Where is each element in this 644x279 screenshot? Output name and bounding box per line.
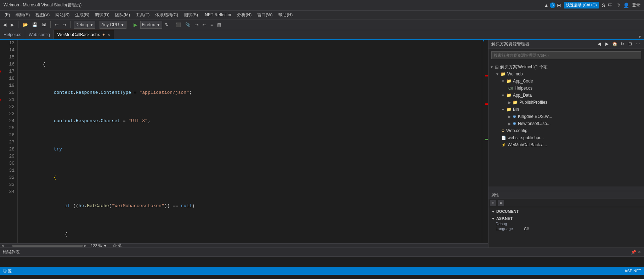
se-web-config[interactable]: ⚙ Web.config bbox=[488, 127, 644, 134]
horizontal-scrollbar[interactable]: ◀ ▶ 122 % ▼ ◎ 源 bbox=[0, 243, 488, 247]
tab-close-weimob[interactable]: ✕ bbox=[107, 33, 110, 37]
menu-test[interactable]: 测试(S) bbox=[181, 11, 201, 19]
se-publish-profiles[interactable]: ▶ 📁 PublishProfiles bbox=[488, 99, 644, 106]
se-app-code[interactable]: ▼ 📁 App_Code bbox=[488, 78, 644, 85]
folder-icon-pp: 📁 bbox=[513, 100, 518, 105]
scroll-right-btn[interactable]: ▶ bbox=[83, 244, 88, 248]
chevron-down-icon: ▼ bbox=[496, 72, 499, 76]
moon-icon: ☽ bbox=[616, 2, 620, 8]
se-helper-cs[interactable]: C# Helper.cs bbox=[488, 85, 644, 92]
solution-explorer-header: 解决方案资源管理器 ◀ ▶ 🏠 ↻ ⊟ ⋯ bbox=[488, 40, 644, 49]
menu-site[interactable]: 网站(S) bbox=[52, 11, 72, 19]
se-home[interactable]: 🏠 bbox=[611, 41, 618, 47]
ln-18: 18 bbox=[1, 75, 15, 82]
quick-launch[interactable]: 快速启动 (Ctrl+Q) bbox=[564, 2, 599, 8]
badge-icon: ▲ 3 ⊞ bbox=[544, 2, 561, 8]
browser-dropdown[interactable]: Firefox ▼ bbox=[140, 21, 163, 29]
indent-btn[interactable]: ⇥ bbox=[193, 22, 200, 28]
menu-debug[interactable]: 调试(D) bbox=[92, 11, 112, 19]
menu-team[interactable]: 团队(M) bbox=[112, 11, 133, 19]
ln-16: 16 bbox=[1, 61, 15, 68]
se-collapse[interactable]: ⊟ bbox=[627, 41, 633, 47]
se-bin[interactable]: ▼ 📁 Bin bbox=[488, 106, 644, 113]
gutter-right bbox=[485, 40, 488, 243]
menu-window[interactable]: 窗口(W) bbox=[254, 11, 275, 19]
props-row-debug: Debug bbox=[491, 221, 641, 226]
se-app-data[interactable]: ▼ 📁 App_Data bbox=[488, 92, 644, 99]
se-search-container bbox=[488, 49, 644, 62]
menu-view[interactable]: 视图(V) bbox=[33, 11, 52, 19]
toolbar-fwd[interactable]: ▶ bbox=[9, 22, 15, 28]
se-newtonsoft[interactable]: ▶ ⚙ Newtonsoft.Jso... bbox=[488, 120, 644, 127]
comment-btn[interactable]: ≡ bbox=[209, 22, 214, 28]
se-website-publishpr[interactable]: 📄 website.publishpr... bbox=[488, 134, 644, 141]
scroll-left-btn[interactable]: ◀ bbox=[0, 244, 5, 248]
refresh-btn[interactable]: ↻ bbox=[164, 22, 170, 28]
se-helper-label: Helper.cs bbox=[515, 86, 532, 91]
menu-analyze[interactable]: 分析(N) bbox=[234, 11, 254, 19]
chevron-right-icon-pp: ▶ bbox=[508, 101, 511, 104]
code-editor[interactable]: { context.Response.ContentType = "applic… bbox=[18, 40, 482, 243]
error-panel-content bbox=[0, 257, 644, 267]
props-sort-btn[interactable]: ⊞ bbox=[490, 200, 496, 206]
se-nav-fwd[interactable]: ▶ bbox=[604, 41, 610, 47]
stop-btn[interactable]: ⬛ bbox=[174, 22, 182, 28]
toolbar-back[interactable]: ◀ bbox=[2, 22, 8, 28]
props-cat-btn[interactable]: ≡ bbox=[498, 200, 504, 206]
code-line-15: context.Response.Charset = "UTF-8"; bbox=[21, 118, 482, 125]
se-weimob-callback[interactable]: ⚡ WeiMobCallBack.a... bbox=[488, 141, 644, 148]
login-label[interactable]: 登录 bbox=[632, 2, 640, 8]
menu-help[interactable]: 帮助(H) bbox=[275, 11, 295, 19]
code-line-18: if ((he.GetCache("WeiMobaccesstoken")) =… bbox=[21, 203, 482, 210]
menu-tools[interactable]: 工具(T) bbox=[133, 11, 152, 19]
tab-label-weimob: WeiMobCallBack.ashx bbox=[57, 32, 100, 37]
status-source: ◎ 源 bbox=[3, 268, 12, 274]
menu-arch[interactable]: 体系结构(C) bbox=[152, 11, 181, 19]
se-weimob[interactable]: ▼ 📁 Weimob bbox=[488, 70, 644, 78]
zoom-dropdown-icon[interactable]: ▼ bbox=[103, 244, 107, 248]
menu-build[interactable]: 生成(B) bbox=[72, 11, 92, 19]
error-panel-header: 错误列表 📌 ✕ bbox=[0, 248, 644, 257]
editor-with-minimap: 13 14 15 16 17 18 19 bbox=[0, 40, 488, 243]
toolbar-save[interactable]: 💾 bbox=[31, 22, 39, 28]
tab-dropdown-btn[interactable]: ▼ bbox=[635, 34, 644, 39]
se-search-input[interactable] bbox=[491, 51, 641, 59]
menu-edit[interactable]: 编辑(E) bbox=[13, 11, 33, 19]
format-btn[interactable]: ▤ bbox=[216, 22, 222, 28]
se-nav-back[interactable]: ◀ bbox=[596, 41, 602, 47]
toolbar-undo[interactable]: ↩ bbox=[53, 22, 60, 28]
menu-reflector[interactable]: .NET Reflector bbox=[201, 12, 234, 18]
props-key-language: Language bbox=[496, 227, 524, 231]
se-refresh[interactable]: ↻ bbox=[619, 41, 626, 47]
se-kingdee[interactable]: ▶ ⚙ Kingdee.BOS.W... bbox=[488, 113, 644, 120]
attach-btn[interactable]: 📎 bbox=[184, 22, 192, 28]
se-scrollbar[interactable] bbox=[488, 187, 644, 191]
tab-weimob-callback[interactable]: WeiMobCallBack.ashx ✦ ✕ bbox=[54, 30, 114, 39]
error-panel-pin[interactable]: 📌 bbox=[631, 250, 636, 255]
code-line-19: { bbox=[21, 231, 482, 238]
toolbar-redo[interactable]: ↪ bbox=[61, 22, 68, 28]
error-panel-close[interactable]: ✕ bbox=[638, 250, 641, 255]
menu-file[interactable]: (F) bbox=[2, 12, 13, 18]
unindent-btn[interactable]: ⇤ bbox=[201, 22, 208, 28]
toolbar-open[interactable]: 📂 bbox=[21, 22, 29, 28]
ln-26: 26 bbox=[1, 132, 15, 139]
run-button[interactable]: ▶ bbox=[132, 21, 139, 28]
platform-dropdown[interactable]: Any CPU ▼ bbox=[100, 21, 126, 29]
tab-helper-cs[interactable]: Helper.cs bbox=[0, 30, 25, 39]
tab-web-config[interactable]: Web.config bbox=[25, 30, 54, 39]
aspx-icon-callback: ⚡ bbox=[501, 143, 506, 147]
ln-27: 27 bbox=[1, 139, 15, 146]
se-solution-root[interactable]: ▼ ⊞ 解决方案'Weimob'(1 个项 bbox=[488, 63, 644, 70]
scroll-thumb[interactable] bbox=[12, 245, 83, 247]
error-panel-title: 错误列表 bbox=[3, 249, 20, 255]
props-section-aspnet[interactable]: ▼ ASP.NET bbox=[491, 216, 641, 221]
toolbar-save-all[interactable]: 🖫 bbox=[40, 22, 47, 28]
debug-mode-dropdown[interactable]: Debug ▼ bbox=[74, 21, 95, 29]
props-asp-label: ASP.NET bbox=[496, 216, 513, 221]
error-panel-title-area: 错误列表 bbox=[3, 249, 20, 255]
props-section-document[interactable]: ▼ DOCUMENT bbox=[491, 209, 641, 214]
se-properties[interactable]: ⋯ bbox=[635, 41, 641, 47]
folder-icon-weimob: 📁 bbox=[501, 72, 506, 76]
props-content: ▼ DOCUMENT ▼ ASP.NET Debug Language C# bbox=[488, 207, 644, 233]
